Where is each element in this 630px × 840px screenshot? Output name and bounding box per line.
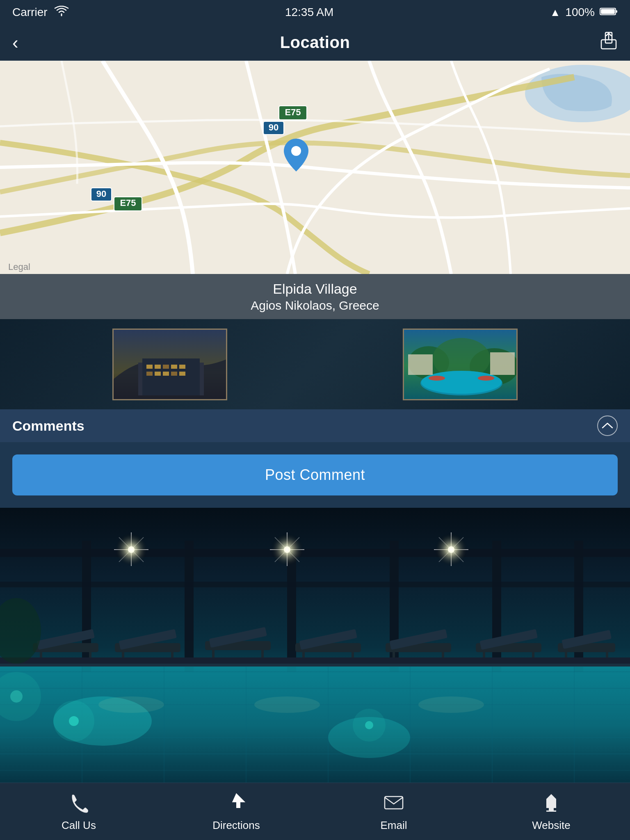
tab-bar: Call Us Directions Email <box>0 783 630 840</box>
svg-point-40 <box>478 376 494 381</box>
tab-call-us-label: Call Us <box>62 819 96 832</box>
map-location-pin[interactable] <box>284 139 308 171</box>
svg-rect-1 <box>601 9 615 14</box>
collapse-comments-button[interactable] <box>597 415 618 436</box>
svg-rect-125 <box>385 797 403 809</box>
nav-bar: ‹ Location <box>0 25 630 61</box>
svg-point-121 <box>353 709 386 742</box>
svg-point-116 <box>254 696 320 713</box>
svg-point-36 <box>421 371 502 394</box>
location-name: Elpida Village <box>273 281 357 297</box>
svg-rect-26 <box>146 372 153 376</box>
tab-directions[interactable]: Directions <box>158 783 315 840</box>
photo-thumb-2[interactable] <box>403 329 518 400</box>
svg-rect-37 <box>408 354 433 375</box>
tab-call-us[interactable]: Call Us <box>0 783 158 840</box>
svg-rect-4 <box>601 40 616 49</box>
tab-email-label: Email <box>380 819 407 832</box>
svg-text:E75: E75 <box>120 198 136 208</box>
share-button[interactable] <box>593 32 618 53</box>
status-time: 12:35 AM <box>285 6 333 19</box>
carrier-label: Carrier <box>12 6 48 19</box>
svg-rect-24 <box>171 365 177 369</box>
svg-rect-21 <box>146 365 153 369</box>
map-container[interactable]: E75 90 90 E75 Legal <box>0 61 630 274</box>
svg-rect-126 <box>546 799 556 808</box>
location-arrow-icon: ▲ <box>550 6 561 19</box>
location-label-bar: Elpida Village Agios Nikolaos, Greece <box>0 274 630 319</box>
svg-rect-42 <box>0 549 630 557</box>
back-button[interactable]: ‹ <box>12 32 37 53</box>
photo-thumb-1[interactable] <box>112 329 227 400</box>
svg-rect-29 <box>171 372 177 376</box>
svg-point-61 <box>271 533 304 566</box>
comments-body: Post Comment <box>0 442 630 508</box>
tab-website-label: Website <box>532 819 570 832</box>
svg-rect-127 <box>549 808 554 810</box>
svg-point-55 <box>115 533 148 566</box>
svg-rect-30 <box>179 372 185 376</box>
svg-point-16 <box>291 146 301 156</box>
svg-rect-22 <box>155 365 161 369</box>
svg-rect-128 <box>546 810 556 812</box>
svg-rect-44 <box>185 541 194 672</box>
svg-rect-20 <box>142 358 200 395</box>
svg-rect-38 <box>490 352 515 375</box>
wifi-icon <box>54 6 69 19</box>
email-icon <box>383 792 404 816</box>
status-bar: Carrier 12:35 AM ▲ 100% <box>0 0 630 25</box>
main-pool-image <box>0 508 630 787</box>
comments-title: Comments <box>12 418 84 434</box>
tab-directions-label: Directions <box>212 819 260 832</box>
svg-point-39 <box>429 376 445 381</box>
svg-point-117 <box>418 696 484 713</box>
svg-rect-23 <box>163 365 169 369</box>
comments-header: Comments <box>0 409 630 442</box>
page-title: Location <box>280 33 350 52</box>
tab-website[interactable]: Website <box>472 783 630 840</box>
svg-point-115 <box>98 696 164 713</box>
svg-rect-2 <box>616 10 617 13</box>
directions-icon <box>226 792 247 816</box>
battery-label: 100% <box>565 6 595 19</box>
svg-rect-27 <box>155 372 161 376</box>
svg-point-119 <box>53 701 94 742</box>
tab-email[interactable]: Email <box>315 783 472 840</box>
svg-text:E75: E75 <box>285 107 301 117</box>
website-icon <box>541 792 562 816</box>
location-address: Agios Nikolaos, Greece <box>251 299 379 313</box>
svg-text:Legal: Legal <box>8 262 30 272</box>
svg-text:90: 90 <box>269 122 278 132</box>
call-us-icon <box>68 792 89 816</box>
svg-rect-49 <box>0 582 630 587</box>
battery-icon <box>600 6 618 19</box>
comments-section: Comments Post Comment <box>0 409 630 508</box>
status-right: ▲ 100% <box>550 6 618 19</box>
svg-rect-114 <box>0 657 630 664</box>
svg-rect-25 <box>179 365 185 369</box>
svg-point-67 <box>435 533 468 566</box>
svg-text:90: 90 <box>96 189 106 199</box>
svg-rect-28 <box>163 372 169 376</box>
photo-strip <box>0 319 630 409</box>
status-left: Carrier <box>12 6 69 19</box>
post-comment-button[interactable]: Post Comment <box>12 454 618 495</box>
